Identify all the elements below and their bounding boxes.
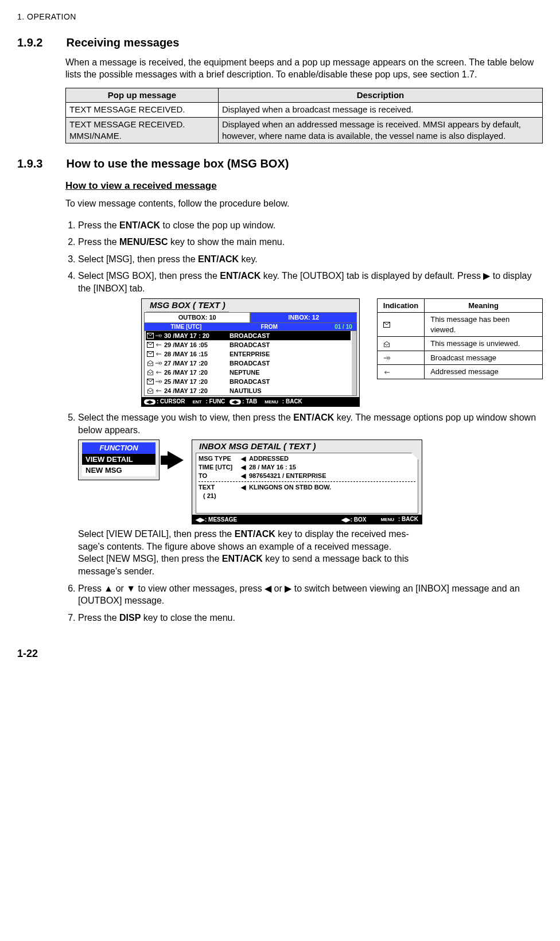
ind-r1: This message is unviewed. — [425, 337, 543, 351]
step-text: key to close the menu. — [141, 613, 235, 623]
step-7: Press the DISP key to close the menu. — [78, 612, 543, 624]
page-number: 1-22 — [17, 647, 543, 660]
inbox-tab[interactable]: INBOX: 12 — [250, 312, 356, 323]
text-label: TEXT — [199, 483, 239, 492]
row-date: 25 /MAY 17 :20 — [164, 378, 227, 386]
row-from: BROADCAST — [230, 378, 349, 386]
key-ent-ack: ENT/ACK — [119, 220, 160, 230]
row-icons — [147, 370, 162, 375]
to-label: TO — [199, 472, 239, 480]
section-1-9-3-heading: 1.9.3 How to use the message box (MSG BO… — [17, 156, 543, 172]
new-msg-item[interactable]: NEW MSG — [82, 465, 155, 476]
row-date: 24 /MAY 17 :20 — [164, 387, 227, 395]
section-1-9-2-heading: 1.9.2 Receiving messages — [17, 35, 543, 50]
popup-th-msg: Pop up message — [66, 88, 219, 103]
view-detail-item[interactable]: VIEW DETAIL — [82, 454, 155, 465]
time-value: 28 / MAY 16 : 15 — [249, 463, 296, 472]
row-from: NAUTILUS — [230, 387, 349, 395]
col-time: TIME [UTC] — [146, 323, 226, 331]
message-row[interactable]: 28 /MAY 16 :15ENTERPRISE — [146, 349, 351, 359]
addressed-arrow-icon — [377, 365, 424, 379]
section-1-9-2-intro: When a message is received, the equipmen… — [65, 56, 543, 81]
envelope-open-icon — [377, 337, 424, 351]
text-index: ( 21) — [199, 492, 243, 500]
row-icons — [147, 342, 162, 348]
time-label: TIME [UTC] — [199, 463, 239, 472]
msg-box-screen: MSG BOX ( TEXT ) OUTBOX: 10 INBOX: 12 TI… — [141, 298, 360, 407]
step-text: Select [MSG BOX], then press the — [78, 271, 220, 281]
cursor-hint: ◀▶: CURSOR — [144, 398, 185, 406]
col-page: 01 / 10 — [312, 323, 354, 331]
ind-th-meaning: Meaning — [425, 298, 543, 313]
outbox-tab[interactable]: OUTBOX: 10 — [144, 312, 250, 323]
row-from: NEPTUNE — [230, 368, 349, 377]
subheading-view-received: How to view a received message — [65, 180, 543, 193]
row-icons — [147, 388, 162, 394]
section-number: 1.9.2 — [17, 35, 63, 50]
view-intro: To view message contents, follow the pro… — [65, 197, 543, 210]
key-menu-esc: MENU/ESC — [119, 237, 168, 247]
row-from: BROADCAST — [230, 332, 349, 340]
step-3: Select [MSG], then press the ENT/ACK key… — [78, 253, 543, 266]
inbox-detail-screen: INBOX MSG DETAIL ( TEXT ) MSG TYPE◀ADDRE… — [192, 440, 422, 524]
message-row[interactable]: 30 /MAY 17 : 20BROADCAST — [146, 331, 351, 340]
step-text: Select [MSG], then press the — [78, 254, 198, 264]
tab-hint: ◀▶: TAB — [230, 398, 257, 406]
step-2: Press the MENU/ESC key to show the main … — [78, 236, 543, 248]
key-disp: DISP — [119, 613, 141, 623]
indication-table: Indication Meaning This message has been… — [377, 298, 543, 379]
message-row[interactable]: 27 /MAY 17 :20BROADCAST — [146, 359, 351, 368]
back-hint: MENU: BACK — [262, 398, 302, 406]
step-text: Press the — [78, 237, 119, 247]
ind-th-indication: Indication — [377, 298, 424, 313]
detail-title: INBOX MSG DETAIL ( TEXT ) — [196, 440, 320, 453]
msg-box-footer: ◀▶: CURSOR ENT: FUNC ◀▶: TAB MENU: BACK — [142, 397, 359, 406]
message-row[interactable]: 29 /MAY 16 :05BROADCAST — [146, 340, 351, 349]
section-number: 1.9.3 — [17, 156, 63, 172]
message-row[interactable]: 24 /MAY 17 :20NAUTILUS — [146, 386, 351, 395]
step-text: key. — [239, 254, 258, 264]
key-ent-ack: ENT/ACK — [293, 413, 334, 422]
function-title: FUNCTION — [82, 442, 155, 454]
running-header: 1. OPERATION — [17, 11, 543, 22]
row-date: 28 /MAY 16 :15 — [164, 350, 227, 359]
popup-message-table: Pop up message Description TEXT MESSAGE … — [65, 88, 543, 143]
broadcast-arrow-icon — [377, 351, 424, 365]
text-value: KLINGONS ON STBD BOW. — [249, 483, 331, 492]
message-row[interactable]: 26 /MAY 17 :20NEPTUNE — [146, 368, 351, 377]
ind-r3: Addressed message — [425, 365, 543, 379]
step-text: Select the message you wish to view, the… — [78, 413, 293, 422]
step-text: to close the pop up window. — [160, 220, 275, 230]
row-date: 27 /MAY 17 :20 — [164, 359, 227, 368]
msg-type-label: MSG TYPE — [199, 454, 239, 463]
step-5-continuation: Select [VIEW DETAIL], then press the ENT… — [78, 528, 543, 577]
arrow-right-icon — [168, 451, 184, 469]
row-from: BROADCAST — [230, 341, 349, 349]
envelope-closed-icon — [377, 313, 424, 337]
message-row[interactable]: 25 /MAY 17 :20BROADCAST — [146, 377, 351, 386]
popup-r0c0: TEXT MESSAGE RECEIVED. — [66, 103, 219, 117]
back-hint: MENU: BACK — [378, 515, 418, 523]
func-hint: ENT: FUNC — [189, 398, 225, 406]
msg-type-value: ADDRESSED — [249, 454, 289, 463]
ind-r0: This message has been viewed. — [425, 313, 543, 337]
step-text: Press the — [78, 613, 119, 623]
popup-r1c1: Displayed when an addressed message is r… — [218, 117, 542, 143]
popup-r0c1: Displayed when a broadcast message is re… — [218, 103, 542, 117]
ind-r2: Broadcast message — [425, 351, 543, 365]
popup-th-desc: Description — [218, 88, 542, 103]
key-ent-ack: ENT/ACK — [220, 271, 260, 281]
row-date: 29 /MAY 16 :05 — [164, 341, 227, 349]
to-value: 987654321 / ENTERPRISE — [249, 472, 326, 480]
message-list[interactable]: 30 /MAY 17 : 20BROADCAST29 /MAY 16 :05BR… — [145, 331, 352, 395]
scrollbar[interactable] — [352, 331, 356, 395]
popup-r1c0: TEXT MESSAGE RECEIVED. MMSI/NAME. — [66, 117, 219, 143]
step-4: Select [MSG BOX], then press the ENT/ACK… — [78, 270, 543, 407]
step-text: key to show the main menu. — [168, 237, 285, 247]
message-hint: ◀▶: MESSAGE — [196, 516, 237, 524]
step-1: Press the ENT/ACK to close the pop up wi… — [78, 219, 543, 232]
key-ent-ack: ENT/ACK — [198, 254, 239, 264]
procedure-steps: Press the ENT/ACK to close the pop up wi… — [65, 219, 543, 624]
step-5: Select the message you wish to view, the… — [78, 411, 543, 578]
row-icons — [147, 333, 162, 339]
